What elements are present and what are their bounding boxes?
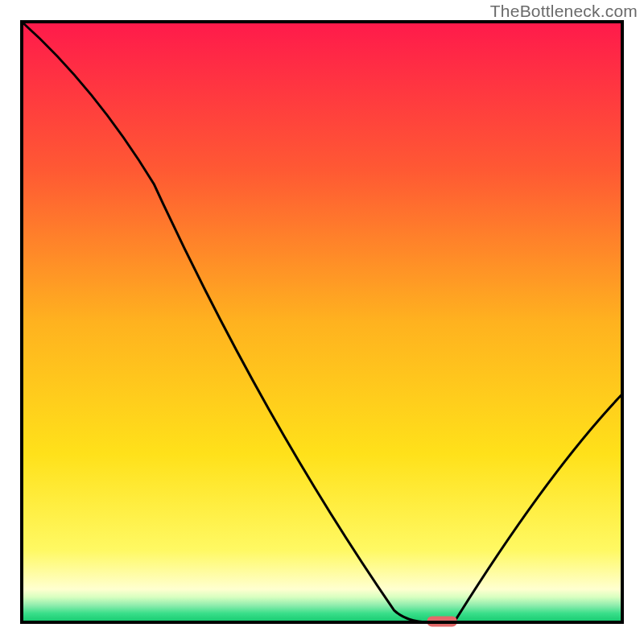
bottleneck-chart	[0, 0, 644, 644]
chart-stage: TheBottleneck.com	[0, 0, 644, 644]
plot-background	[22, 22, 622, 622]
